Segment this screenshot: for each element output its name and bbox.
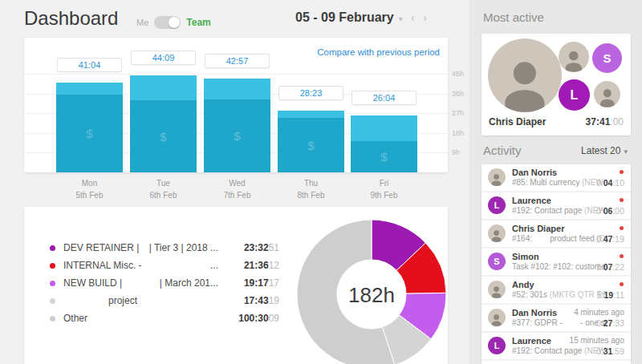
toggle-knob[interactable] — [169, 17, 180, 28]
activity-avatar[interactable]: L — [488, 196, 506, 214]
time-hours-minutes: 21:36 — [244, 260, 269, 271]
activity-duration: 1:07:22 — [596, 262, 624, 272]
currency-icon: $ — [56, 127, 123, 140]
activity-avatar[interactable] — [488, 168, 506, 186]
duration-hours: 0: — [596, 206, 603, 216]
person-icon — [490, 285, 503, 298]
day-name: Fri — [344, 177, 425, 189]
activity-item[interactable]: Dan Norris23 minutes ago — [482, 361, 631, 364]
activity-duration: 1:19:11 — [597, 290, 624, 300]
currency-icon: $ — [278, 139, 344, 152]
activity-user-name: Andy — [512, 280, 534, 289]
most-active-avatar-0[interactable] — [559, 42, 589, 72]
legend-color-dot — [50, 281, 55, 286]
activity-list: Dan Norris#85: Multi currency (NEW BUIL.… — [482, 164, 631, 364]
date-range-label[interactable]: 05 - 09 February — [295, 10, 394, 25]
activity-detail: #85: Multi currency (NEW BUIL... — [512, 178, 607, 187]
activity-item[interactable]: Dan Norris#85: Multi currency (NEW BUIL.… — [482, 164, 631, 192]
legend-label-secondary: | Tier 3 | 2018 ... — [149, 242, 218, 253]
bar-day-label: Tue6th Feb — [124, 177, 204, 201]
bar-value-label: 41:04 — [57, 58, 122, 72]
duration-hours: 0: — [596, 178, 603, 188]
activity-user-name: Dan Norris — [512, 308, 557, 317]
currency-icon: $ — [351, 150, 417, 164]
activity-detail: #52: 301s (MKTG QTR RETAINER... — [512, 290, 607, 299]
toggle-me-label[interactable]: Me — [136, 18, 148, 27]
activity-user-name: Chris Diaper — [512, 224, 564, 233]
activity-avatar[interactable]: S — [488, 253, 506, 270]
duration-minutes: 27 — [603, 318, 613, 328]
activity-user-name: Laurence — [512, 336, 551, 346]
legend-time: 19:1717 — [228, 277, 279, 289]
activity-detail-text: #192: Contact page — [512, 346, 584, 355]
duration-hours: 0: — [596, 346, 603, 356]
activity-item[interactable]: LLaurence#192: Contact page (NEW BUIL...… — [482, 192, 631, 220]
activity-item[interactable]: LLaurence#192: Contact page (NEW BUIL...… — [482, 333, 631, 361]
time-seconds: 17 — [269, 277, 279, 289]
activity-avatar[interactable]: L — [488, 337, 506, 354]
activity-duration: 0:04:10 — [596, 178, 624, 188]
time-seconds: 09 — [269, 313, 279, 324]
most-active-avatar-1[interactable]: S — [592, 43, 622, 73]
bar-previous-segment — [351, 115, 417, 141]
chevron-down-icon[interactable]: ▾ — [624, 148, 628, 156]
day-name: Mon — [50, 177, 130, 189]
activity-avatar[interactable] — [488, 309, 506, 326]
activity-avatar[interactable] — [488, 281, 506, 298]
bar-previous-segment — [278, 111, 344, 118]
chevron-down-icon[interactable]: ▾ — [399, 14, 403, 23]
activity-timestamp: 15 minutes ago — [570, 336, 624, 345]
legend-item[interactable]: DEV RETAINER || Tier 3 | 2018 ...23:3251 — [50, 239, 279, 257]
most-active-avatar-3[interactable] — [594, 81, 620, 107]
unread-dot — [620, 254, 624, 258]
duration-hours: 1: — [596, 262, 603, 272]
bar-wed[interactable]: $ — [204, 79, 270, 172]
legend-item[interactable]: NEW BUILD || March 201...19:1717 — [50, 274, 279, 292]
toggle-switch[interactable] — [154, 16, 181, 29]
activity-avatar[interactable] — [488, 224, 506, 242]
duration-minutes: 04 — [603, 178, 613, 188]
unread-dot — [620, 198, 624, 202]
duration-hours: 0: — [596, 318, 603, 328]
activity-detail-text: #85: Multi currency — [512, 178, 582, 187]
bar-thu[interactable]: $ — [278, 111, 344, 172]
me-team-toggle[interactable]: Me Team — [136, 16, 211, 29]
activity-filter-dropdown[interactable]: Latest 20▾ — [581, 145, 628, 156]
bar-mon[interactable]: $ — [56, 83, 123, 172]
activity-filter-label[interactable]: Latest 20 — [581, 145, 620, 156]
legend-label: NEW BUILD | — [63, 277, 122, 289]
y-axis-tick: 18h — [452, 129, 464, 137]
page-title: Dashboard — [24, 7, 118, 30]
prev-period-button[interactable]: ‹ — [411, 10, 415, 25]
y-axis-tick: 9h — [452, 148, 460, 156]
most-active-card: SL Chris Diaper 37:41:00 — [482, 34, 631, 135]
sidebar: Most active SL Chris Diaper 37:41:00 Act… — [469, 0, 642, 364]
activity-detail: Task #102: #102: customer e-m... — [512, 262, 607, 271]
unread-dot — [620, 170, 624, 174]
activity-item[interactable]: SSimonTask #102: #102: customer e-m...1:… — [482, 249, 631, 277]
legend-color-dot — [50, 316, 55, 322]
legend-label: project — [63, 295, 137, 306]
activity-user-name: Simon — [512, 252, 539, 261]
toggle-team-label[interactable]: Team — [186, 17, 210, 28]
person-icon — [490, 172, 503, 186]
currency-icon: $ — [204, 129, 270, 143]
legend-item[interactable]: project17:4319 — [50, 292, 279, 309]
duration-seconds: :33 — [612, 318, 624, 328]
next-period-button[interactable]: › — [423, 10, 427, 25]
time-seconds: 51 — [269, 242, 279, 253]
duration-seconds: :11 — [613, 290, 624, 300]
legend-item[interactable]: INTERNAL Misc. -...21:3612 — [50, 257, 279, 274]
most-active-avatar-2[interactable]: L — [559, 79, 590, 111]
activity-item[interactable]: Andy#52: 301s (MKTG QTR RETAINER...1:19:… — [482, 277, 631, 305]
bar-fri[interactable]: $ — [351, 115, 417, 172]
bar-tue[interactable]: $ — [130, 75, 197, 172]
most-active-primary-avatar[interactable] — [488, 38, 562, 112]
activity-item[interactable]: Dan Norris#377: GDPR - - one ste...4 min… — [482, 305, 631, 333]
duration-seconds: :19 — [612, 234, 624, 244]
bar-previous-segment — [56, 83, 123, 95]
activity-item[interactable]: Chris Diaper#164: product feed (DEV ...0… — [482, 220, 631, 249]
duration-seconds: :10 — [612, 178, 624, 188]
legend-item[interactable]: Other100:3009 — [50, 309, 279, 327]
date-range-picker[interactable]: 05 - 09 February ▾ — [295, 10, 403, 25]
